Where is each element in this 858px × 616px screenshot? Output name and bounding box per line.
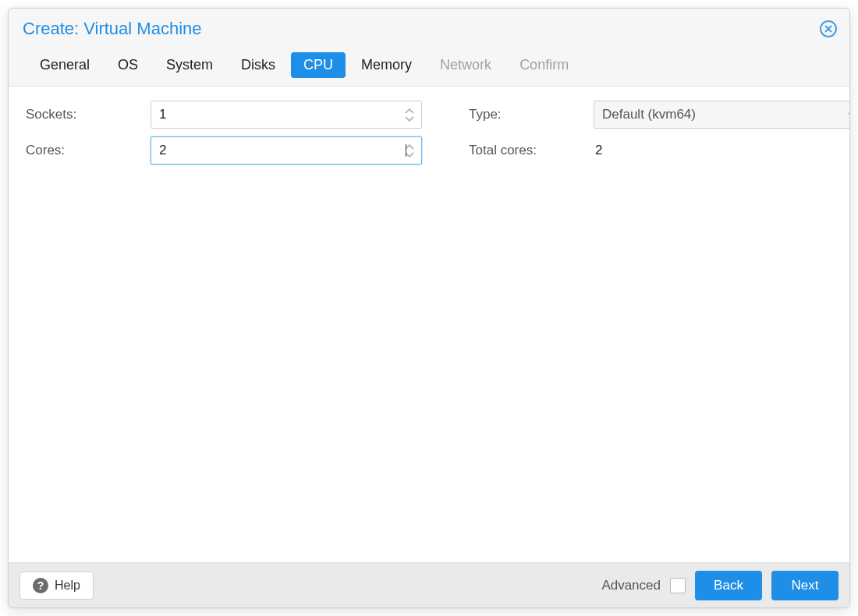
titlebar: Create: Virtual Machine	[9, 9, 849, 49]
sockets-label: Sockets:	[26, 107, 151, 122]
type-label: Type:	[469, 107, 594, 122]
chevron-down-icon	[847, 107, 850, 122]
tab-disks[interactable]: Disks	[229, 52, 288, 78]
back-button[interactable]: Back	[695, 571, 762, 600]
tab-network: Network	[427, 52, 504, 78]
chevron-up-icon	[405, 108, 414, 115]
sockets-spinner[interactable]	[404, 108, 415, 122]
tab-confirm: Confirm	[507, 52, 581, 78]
cores-label: Cores:	[26, 143, 151, 158]
help-label: Help	[55, 579, 80, 593]
tab-system[interactable]: System	[154, 52, 225, 78]
tab-memory[interactable]: Memory	[349, 52, 424, 78]
help-button[interactable]: ? Help	[20, 572, 94, 600]
tab-os[interactable]: OS	[105, 52, 151, 78]
sockets-field[interactable]: 1	[151, 101, 422, 129]
dialog-footer: ? Help Advanced Back Next	[9, 562, 849, 607]
wizard-tabbar: General OS System Disks CPU Memory Netwo…	[9, 49, 849, 87]
cores-field[interactable]: 2	[151, 136, 422, 165]
tab-cpu[interactable]: CPU	[291, 52, 346, 78]
close-icon	[819, 19, 838, 38]
advanced-label: Advanced	[601, 578, 661, 593]
total-cores-label: Total cores:	[469, 143, 594, 158]
dialog-title: Create: Virtual Machine	[23, 19, 202, 39]
sockets-value[interactable]: 1	[159, 107, 404, 122]
help-icon: ?	[33, 578, 48, 593]
chevron-down-icon	[405, 115, 414, 122]
type-dropdown[interactable]: Default (kvm64)	[594, 101, 850, 129]
cores-value[interactable]: 2	[159, 143, 404, 158]
next-button[interactable]: Next	[771, 571, 838, 600]
total-cores-value: 2	[594, 143, 850, 158]
cpu-form: Sockets: 1 Type: Default (kvm64) Cores: …	[26, 101, 832, 165]
footer-right: Advanced Back Next	[601, 571, 838, 600]
type-value: Default (kvm64)	[602, 107, 696, 122]
dialog-body: Sockets: 1 Type: Default (kvm64) Cores: …	[9, 87, 849, 562]
close-button[interactable]	[818, 19, 838, 39]
tab-general[interactable]: General	[27, 52, 102, 78]
create-vm-dialog: Create: Virtual Machine General OS Syste…	[8, 8, 850, 608]
advanced-checkbox[interactable]	[670, 578, 686, 593]
